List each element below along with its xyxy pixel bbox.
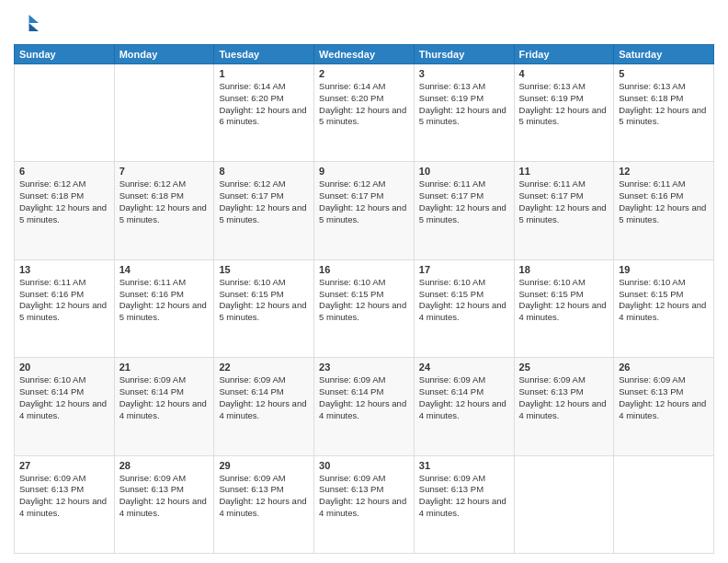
- day-number: 31: [419, 460, 509, 471]
- calendar-week-row: 1Sunrise: 6:14 AM Sunset: 6:20 PM Daylig…: [15, 64, 714, 162]
- calendar-cell: 12Sunrise: 6:11 AM Sunset: 6:16 PM Dayli…: [614, 162, 714, 259]
- calendar-week-row: 6Sunrise: 6:12 AM Sunset: 6:18 PM Daylig…: [15, 162, 714, 259]
- svg-marker-0: [29, 15, 40, 23]
- day-info: Sunrise: 6:12 AM Sunset: 6:17 PM Dayligh…: [219, 178, 309, 225]
- day-info: Sunrise: 6:09 AM Sunset: 6:14 PM Dayligh…: [119, 374, 210, 421]
- calendar-cell: 22Sunrise: 6:09 AM Sunset: 6:14 PM Dayli…: [214, 358, 314, 455]
- calendar-cell: 10Sunrise: 6:11 AM Sunset: 6:17 PM Dayli…: [414, 162, 514, 259]
- day-number: 17: [419, 264, 509, 275]
- logo: [14, 9, 45, 37]
- calendar-week-row: 13Sunrise: 6:11 AM Sunset: 6:16 PM Dayli…: [15, 259, 714, 357]
- calendar-cell: 1Sunrise: 6:14 AM Sunset: 6:20 PM Daylig…: [214, 64, 314, 162]
- day-info: Sunrise: 6:09 AM Sunset: 6:13 PM Dayligh…: [319, 473, 409, 520]
- day-number: 21: [119, 362, 210, 373]
- day-number: 29: [219, 460, 309, 471]
- day-number: 10: [419, 166, 509, 177]
- day-info: Sunrise: 6:13 AM Sunset: 6:18 PM Dayligh…: [619, 81, 709, 128]
- calendar-cell: [614, 455, 714, 553]
- calendar-cell: 27Sunrise: 6:09 AM Sunset: 6:13 PM Dayli…: [15, 455, 115, 553]
- day-number: 7: [119, 166, 210, 177]
- calendar-table: Sunday Monday Tuesday Wednesday Thursday…: [14, 44, 714, 554]
- day-number: 30: [319, 460, 409, 471]
- calendar-cell: 16Sunrise: 6:10 AM Sunset: 6:15 PM Dayli…: [314, 259, 415, 357]
- calendar-cell: 23Sunrise: 6:09 AM Sunset: 6:14 PM Dayli…: [314, 358, 415, 455]
- col-saturday: Saturday: [614, 45, 714, 64]
- day-info: Sunrise: 6:11 AM Sunset: 6:16 PM Dayligh…: [619, 178, 709, 225]
- day-info: Sunrise: 6:09 AM Sunset: 6:13 PM Dayligh…: [619, 374, 709, 421]
- calendar-cell: 17Sunrise: 6:10 AM Sunset: 6:15 PM Dayli…: [414, 259, 514, 357]
- day-number: 18: [519, 264, 609, 275]
- calendar-week-row: 20Sunrise: 6:10 AM Sunset: 6:14 PM Dayli…: [15, 358, 714, 455]
- day-number: 13: [19, 264, 109, 275]
- calendar-cell: 15Sunrise: 6:10 AM Sunset: 6:15 PM Dayli…: [214, 259, 314, 357]
- day-info: Sunrise: 6:09 AM Sunset: 6:14 PM Dayligh…: [319, 374, 409, 421]
- calendar-cell: 18Sunrise: 6:10 AM Sunset: 6:15 PM Dayli…: [514, 259, 614, 357]
- day-info: Sunrise: 6:09 AM Sunset: 6:14 PM Dayligh…: [419, 374, 509, 421]
- day-info: Sunrise: 6:13 AM Sunset: 6:19 PM Dayligh…: [419, 81, 509, 128]
- day-info: Sunrise: 6:10 AM Sunset: 6:15 PM Dayligh…: [519, 277, 609, 324]
- day-number: 5: [619, 68, 709, 79]
- logo-icon: [14, 9, 41, 37]
- calendar-cell: 28Sunrise: 6:09 AM Sunset: 6:13 PM Dayli…: [114, 455, 214, 553]
- day-info: Sunrise: 6:09 AM Sunset: 6:13 PM Dayligh…: [219, 473, 309, 520]
- calendar-cell: 21Sunrise: 6:09 AM Sunset: 6:14 PM Dayli…: [114, 358, 214, 455]
- day-number: 16: [319, 264, 409, 275]
- calendar-cell: 8Sunrise: 6:12 AM Sunset: 6:17 PM Daylig…: [214, 162, 314, 259]
- day-number: 9: [319, 166, 409, 177]
- day-info: Sunrise: 6:09 AM Sunset: 6:13 PM Dayligh…: [19, 473, 109, 520]
- day-info: Sunrise: 6:13 AM Sunset: 6:19 PM Dayligh…: [519, 81, 609, 128]
- day-info: Sunrise: 6:14 AM Sunset: 6:20 PM Dayligh…: [219, 81, 309, 128]
- day-number: 14: [119, 264, 210, 275]
- day-number: 25: [519, 362, 609, 373]
- calendar-cell: 3Sunrise: 6:13 AM Sunset: 6:19 PM Daylig…: [414, 64, 514, 162]
- col-thursday: Thursday: [414, 45, 514, 64]
- day-number: 15: [219, 264, 309, 275]
- day-info: Sunrise: 6:12 AM Sunset: 6:18 PM Dayligh…: [119, 178, 210, 225]
- calendar-cell: 4Sunrise: 6:13 AM Sunset: 6:19 PM Daylig…: [514, 64, 614, 162]
- day-info: Sunrise: 6:10 AM Sunset: 6:15 PM Dayligh…: [619, 277, 709, 324]
- day-number: 3: [419, 68, 509, 79]
- day-number: 19: [619, 264, 709, 275]
- day-number: 11: [519, 166, 609, 177]
- day-info: Sunrise: 6:12 AM Sunset: 6:18 PM Dayligh…: [19, 178, 109, 225]
- calendar-cell: [15, 64, 115, 162]
- calendar-week-row: 27Sunrise: 6:09 AM Sunset: 6:13 PM Dayli…: [15, 455, 714, 553]
- col-tuesday: Tuesday: [214, 45, 314, 64]
- day-info: Sunrise: 6:09 AM Sunset: 6:13 PM Dayligh…: [119, 473, 210, 520]
- day-info: Sunrise: 6:09 AM Sunset: 6:13 PM Dayligh…: [519, 374, 609, 421]
- calendar-cell: 30Sunrise: 6:09 AM Sunset: 6:13 PM Dayli…: [314, 455, 415, 553]
- col-wednesday: Wednesday: [314, 45, 415, 64]
- calendar-cell: 6Sunrise: 6:12 AM Sunset: 6:18 PM Daylig…: [15, 162, 115, 259]
- day-number: 6: [19, 166, 109, 177]
- col-monday: Monday: [114, 45, 214, 64]
- calendar-cell: 26Sunrise: 6:09 AM Sunset: 6:13 PM Dayli…: [614, 358, 714, 455]
- calendar-cell: 7Sunrise: 6:12 AM Sunset: 6:18 PM Daylig…: [114, 162, 214, 259]
- day-info: Sunrise: 6:10 AM Sunset: 6:15 PM Dayligh…: [219, 277, 309, 324]
- calendar-cell: 31Sunrise: 6:09 AM Sunset: 6:13 PM Dayli…: [414, 455, 514, 553]
- calendar-cell: 5Sunrise: 6:13 AM Sunset: 6:18 PM Daylig…: [614, 64, 714, 162]
- calendar-cell: 29Sunrise: 6:09 AM Sunset: 6:13 PM Dayli…: [214, 455, 314, 553]
- calendar-header-row: Sunday Monday Tuesday Wednesday Thursday…: [15, 45, 714, 64]
- calendar-cell: [514, 455, 614, 553]
- col-friday: Friday: [514, 45, 614, 64]
- day-number: 2: [319, 68, 409, 79]
- day-number: 24: [419, 362, 509, 373]
- calendar-cell: 19Sunrise: 6:10 AM Sunset: 6:15 PM Dayli…: [614, 259, 714, 357]
- day-number: 8: [219, 166, 309, 177]
- col-sunday: Sunday: [15, 45, 115, 64]
- day-number: 20: [19, 362, 109, 373]
- day-info: Sunrise: 6:11 AM Sunset: 6:17 PM Dayligh…: [419, 178, 509, 225]
- day-number: 22: [219, 362, 309, 373]
- day-number: 1: [219, 68, 309, 79]
- calendar-cell: 13Sunrise: 6:11 AM Sunset: 6:16 PM Dayli…: [15, 259, 115, 357]
- calendar-cell: 9Sunrise: 6:12 AM Sunset: 6:17 PM Daylig…: [314, 162, 415, 259]
- day-number: 4: [519, 68, 609, 79]
- calendar-cell: 20Sunrise: 6:10 AM Sunset: 6:14 PM Dayli…: [15, 358, 115, 455]
- day-number: 28: [119, 460, 210, 471]
- day-info: Sunrise: 6:12 AM Sunset: 6:17 PM Dayligh…: [319, 178, 409, 225]
- day-number: 12: [619, 166, 709, 177]
- day-info: Sunrise: 6:11 AM Sunset: 6:16 PM Dayligh…: [119, 277, 210, 324]
- day-info: Sunrise: 6:09 AM Sunset: 6:13 PM Dayligh…: [419, 473, 509, 520]
- day-info: Sunrise: 6:10 AM Sunset: 6:15 PM Dayligh…: [419, 277, 509, 324]
- day-number: 27: [19, 460, 109, 471]
